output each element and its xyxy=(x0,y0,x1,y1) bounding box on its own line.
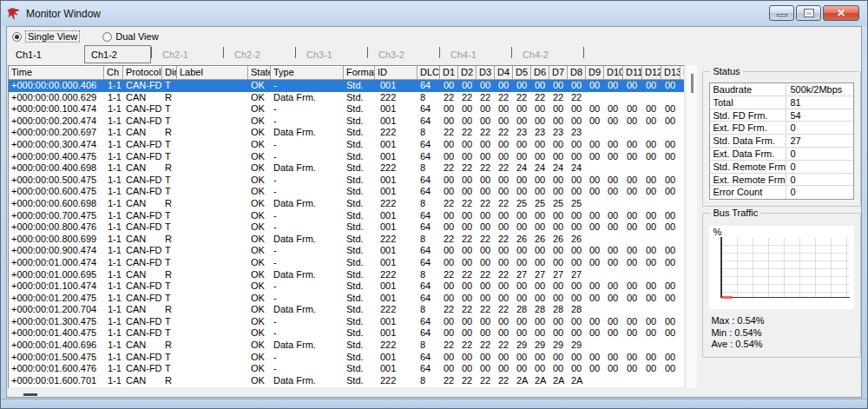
table-row[interactable]: +000:00:00.000.6291-1CANROKData Frm.Std.… xyxy=(9,92,684,104)
table-row[interactable]: +000:00:01.000.4741-1CAN-FDTOK-Std.00164… xyxy=(9,257,684,269)
cell-state: OK xyxy=(248,221,271,234)
single-view-radio[interactable]: Single View xyxy=(12,30,80,43)
cell-d9: 00 xyxy=(586,210,604,222)
table-row[interactable]: +000:00:01.400.6961-1CANROKData Frm.Std.… xyxy=(9,340,684,352)
table-row[interactable]: +000:00:00.800.6991-1CANROKData Frm.Std.… xyxy=(9,234,684,246)
cell-d3: 00 xyxy=(477,186,495,198)
column-header-d2[interactable]: D2 xyxy=(458,66,477,80)
dual-view-radio[interactable]: Dual View xyxy=(102,31,158,42)
column-header-d6[interactable]: D6 xyxy=(531,66,549,80)
tab-ch1-1[interactable]: Ch1-1 xyxy=(7,45,84,63)
table-row[interactable]: +000:00:01.000.6951-1CANROKData Frm.Std.… xyxy=(9,269,684,281)
table-row[interactable]: +000:00:00.000.4061-1CAN-FDTOK-Std.00164… xyxy=(9,80,684,92)
bus-traffic-stats: Max : 0.54% Min : 0.54% Ave : 0.54% xyxy=(709,315,854,351)
cell-label xyxy=(177,127,248,139)
cell-time: +000:00:00.500.475 xyxy=(9,175,104,187)
table-row[interactable]: +000:00:01.200.7041-1CANROKData Frm.Std.… xyxy=(9,304,684,316)
cell-label xyxy=(177,92,248,104)
cell-d5: 00 xyxy=(513,186,531,198)
table-row[interactable]: +000:00:00.700.4751-1CAN-FDTOK-Std.00164… xyxy=(9,210,684,222)
column-header-d11[interactable]: D11 xyxy=(623,66,642,80)
column-header-dir[interactable]: Dir xyxy=(162,66,177,80)
tab-ch2-2[interactable]: Ch2-2 xyxy=(223,45,295,63)
close-button[interactable]: ✕ xyxy=(823,5,859,21)
table-row[interactable]: +000:00:00.800.4761-1CAN-FDTOK-Std.00164… xyxy=(9,221,684,234)
table-row[interactable]: +000:00:01.400.4751-1CAN-FDTOK-Std.00164… xyxy=(9,327,684,340)
column-header-format[interactable]: Format xyxy=(344,66,375,80)
table-row[interactable]: +000:00:00.300.4741-1CAN-FDTOK-Std.00164… xyxy=(9,139,684,151)
cell-id: 001 xyxy=(375,115,418,128)
status-label: Std. Data Frm. xyxy=(710,135,786,147)
column-header-type[interactable]: Type xyxy=(271,66,344,80)
table-row[interactable]: +000:00:00.400.6981-1CANROKData Frm.Std.… xyxy=(9,162,684,175)
tab-ch4-1[interactable]: Ch4-1 xyxy=(439,45,511,63)
tab-ch1-2[interactable]: Ch1-2 xyxy=(84,45,151,63)
table-row[interactable]: +000:00:01.500.4751-1CAN-FDTOK-Std.00164… xyxy=(9,352,684,364)
column-header-d9[interactable]: D9 xyxy=(586,66,604,80)
cell-d13 xyxy=(661,127,681,139)
column-header-d8[interactable]: D8 xyxy=(568,66,586,80)
table-row[interactable]: +000:00:00.600.4751-1CAN-FDTOK-Std.00164… xyxy=(9,186,684,198)
cell-d14: 00 xyxy=(681,280,684,293)
cell-ch: 1-1 xyxy=(104,340,123,352)
column-header-state[interactable]: State xyxy=(248,66,271,80)
table-row[interactable]: +000:00:01.300.4751-1CAN-FDTOK-Std.00164… xyxy=(9,316,684,328)
cell-d10 xyxy=(604,162,623,175)
tab-ch3-2[interactable]: Ch3-2 xyxy=(367,45,439,63)
table-row[interactable]: +000:00:00.200.4741-1CAN-FDTOK-Std.00164… xyxy=(9,115,684,128)
cell-d9: 00 xyxy=(586,363,604,375)
bus-traffic-chart: % xyxy=(709,226,854,309)
cell-protocol: CAN xyxy=(123,198,162,210)
cell-id: 222 xyxy=(375,198,418,210)
cell-id: 222 xyxy=(375,127,418,139)
horizontal-scroll-thumb[interactable] xyxy=(23,393,37,396)
table-row[interactable]: +000:00:01.600.7011-1CANROKData Frm.Std.… xyxy=(9,375,684,387)
tab-ch3-1[interactable]: Ch3-1 xyxy=(295,45,367,63)
column-header-d4[interactable]: D4 xyxy=(495,66,513,80)
table-row[interactable]: +000:00:01.100.4741-1CAN-FDTOK-Std.00164… xyxy=(9,280,684,293)
column-header-d3[interactable]: D3 xyxy=(477,66,495,80)
table-row[interactable]: +000:00:00.100.4741-1CAN-FDTOK-Std.00164… xyxy=(9,103,684,115)
cell-id: 001 xyxy=(375,316,418,328)
column-header-label[interactable]: Label xyxy=(177,66,248,80)
cell-format: Std. xyxy=(344,103,375,115)
cell-dlc: 64 xyxy=(418,139,440,151)
cell-d2: 00 xyxy=(458,352,477,364)
vertical-scroll-thumb[interactable] xyxy=(691,74,694,93)
column-header-ch[interactable]: Ch xyxy=(104,66,123,80)
column-header-d14[interactable]: D14 xyxy=(681,66,684,80)
table-row[interactable]: +000:00:00.200.6971-1CANROKData Frm.Std.… xyxy=(9,127,684,139)
cell-d12: 00 xyxy=(642,103,661,115)
cell-d6: 00 xyxy=(531,221,549,234)
column-header-d13[interactable]: D13 xyxy=(661,66,681,80)
column-header-dlc[interactable]: DLC xyxy=(418,66,440,80)
vertical-scrollbar[interactable] xyxy=(687,65,697,388)
cell-d6: 26 xyxy=(531,234,549,246)
column-header-id[interactable]: ID xyxy=(375,66,418,80)
cell-dlc: 64 xyxy=(418,151,440,163)
column-header-d10[interactable]: D10 xyxy=(604,66,623,80)
column-header-d5[interactable]: D5 xyxy=(513,66,531,80)
maximize-button[interactable] xyxy=(796,5,821,21)
bus-traffic-groupbox: Bus Traffic % Max : 0.54% Min : 0.54% Av… xyxy=(702,213,861,358)
table-row[interactable]: +000:00:00.600.6981-1CANROKData Frm.Std.… xyxy=(9,198,684,210)
chart-grid xyxy=(722,238,850,297)
column-header-protocol[interactable]: Protocol xyxy=(123,66,162,80)
column-header-time[interactable]: Time xyxy=(9,66,104,80)
cell-d10: 00 xyxy=(604,139,623,151)
table-row[interactable]: +000:00:00.500.4751-1CAN-FDTOK-Std.00164… xyxy=(9,175,684,187)
table-row[interactable]: +000:00:00.900.4741-1CAN-FDTOK-Std.00164… xyxy=(9,245,684,257)
cell-d9: 00 xyxy=(586,80,604,92)
traffic-max: Max : 0.54% xyxy=(709,315,854,327)
column-header-d7[interactable]: D7 xyxy=(549,66,568,80)
column-header-d12[interactable]: D12 xyxy=(642,66,661,80)
table-row[interactable]: +000:00:01.600.4761-1CAN-FDTOK-Std.00164… xyxy=(9,363,684,375)
table-row[interactable]: +000:00:01.200.4751-1CAN-FDTOK-Std.00164… xyxy=(9,293,684,305)
cell-d13 xyxy=(661,304,681,316)
minimize-button[interactable] xyxy=(769,5,794,21)
horizontal-scrollbar[interactable] xyxy=(8,389,685,398)
column-header-d1[interactable]: D1 xyxy=(440,66,458,80)
table-row[interactable]: +000:00:00.400.4751-1CAN-FDTOK-Std.00164… xyxy=(9,151,684,163)
tab-ch2-1[interactable]: Ch2-1 xyxy=(151,45,223,63)
tab-ch4-2[interactable]: Ch4-2 xyxy=(511,45,583,63)
